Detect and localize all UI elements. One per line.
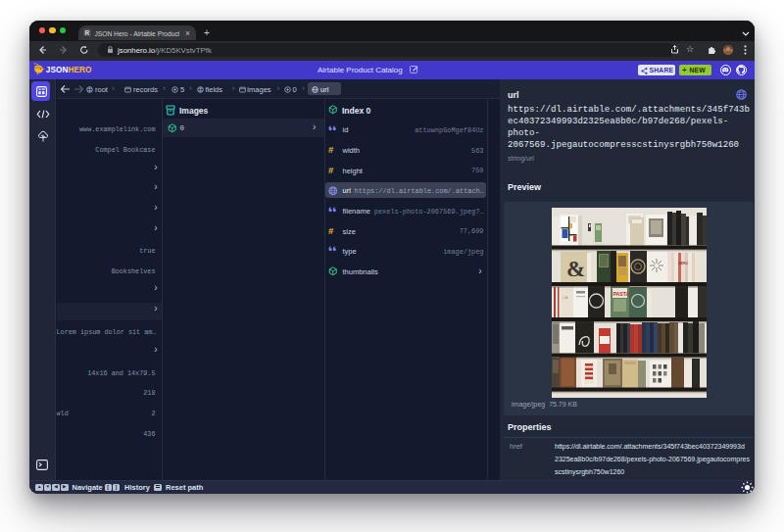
svg-text:LIA: LIA — [563, 296, 568, 300]
svg-text:PASTA: PASTA — [613, 291, 630, 297]
svg-text:MERU: MERU — [678, 262, 689, 266]
svg-text:&: & — [566, 257, 585, 281]
